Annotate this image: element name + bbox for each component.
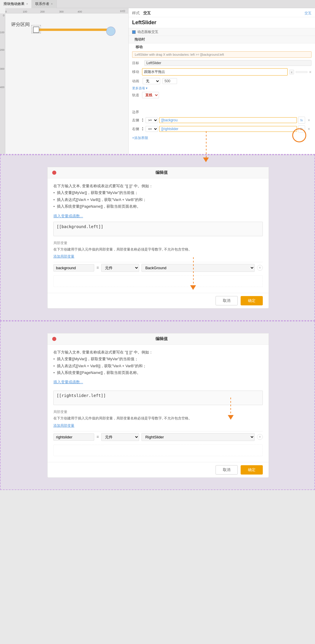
modal2-instructions: 在下方输入文本, 变量名称或表达式要写在 "[[ ]]" 中。例如： 插入变量[… [53, 349, 263, 376]
modal2-body: 在下方输入文本, 变量名称或表达式要写在 "[[ ]]" 中。例如： 插入变量[… [48, 345, 269, 462]
tab-interaction[interactable]: 交互 [143, 10, 151, 16]
left-value-field[interactable] [159, 117, 297, 123]
right-slider-handle[interactable] [106, 27, 116, 36]
modal2-confirm-btn[interactable]: 确定 [241, 465, 263, 475]
tab-interaction-link[interactable]: 交互 [304, 11, 312, 16]
animation-row: 动画 无 500 [129, 77, 315, 85]
left-side-label: 左侧 [132, 118, 140, 123]
channel-select[interactable]: 直线 [142, 92, 159, 98]
move-input[interactable]: 跟随水平拖云 [142, 68, 288, 76]
tab-close-icon-2[interactable]: × [51, 2, 53, 6]
canvas-area: 0 100 200 300 400 10分 0 100 200 300 400 … [0, 8, 128, 154]
slider-widget[interactable] [29, 26, 116, 34]
move-y-input[interactable] [296, 71, 307, 73]
annotation-container: 点击fx插入下图变量值 [129, 99, 315, 108]
modal1-var-delete[interactable]: × [257, 265, 263, 271]
modal1-local-vars-label: 局部变量 [53, 241, 263, 246]
modal2-insert-link[interactable]: 插入变量或函数... [53, 379, 263, 385]
modal2-close-dot[interactable] [52, 337, 56, 341]
modal2-var-eq: = [97, 435, 99, 439]
modal2-var-delete[interactable]: × [257, 434, 263, 440]
modal2-var-type[interactable]: 元件 [101, 433, 139, 441]
modal1-add-local-var[interactable]: 添加局部变量 [53, 254, 263, 259]
modal1-cancel-btn[interactable]: 取消 [216, 296, 238, 305]
tab-contact[interactable]: 联系作者 × [32, 0, 57, 8]
add-limit[interactable]: +添加界限 [129, 134, 315, 142]
modal1-footer: 取消 确定 [48, 293, 269, 308]
panel-title: LeftSlider [129, 17, 315, 28]
modal2-arrow-container [228, 398, 234, 420]
modal1-body: 在下方输入文本, 变量名称或表达式要写在 "[[ ]]" 中。例如： 插入变量[… [48, 178, 269, 293]
move-row: 移动 跟随水平拖云 x × [129, 67, 315, 77]
dashed-arrow-1 [206, 131, 206, 159]
move-clear-btn[interactable]: × [309, 70, 312, 74]
arrow-head-1 [203, 158, 209, 162]
tab-style[interactable]: 样式 [132, 10, 140, 16]
ruler-vertical: 0 100 200 300 400 [0, 13, 5, 154]
modal2-dashed-line [230, 398, 231, 415]
animation-ms[interactable]: 500 [162, 78, 177, 84]
modal2-box: 编辑值 在下方输入文本, 变量名称或表达式要写在 "[[ ]]" 中。例如： 插… [47, 333, 269, 478]
more-options[interactable]: 更多选项 ▾ [129, 85, 315, 91]
modal1-header: 编辑值 [48, 167, 269, 178]
left-close-btn[interactable]: × [306, 118, 312, 123]
modal2-title: 编辑值 [59, 336, 264, 342]
right-side-label: 右侧 [132, 127, 140, 132]
channel-row: 轨道 直线 [129, 91, 315, 99]
modal2-arrow-head [228, 415, 234, 420]
modal1-insert-link[interactable]: 插入变量或函数... [53, 214, 263, 219]
dynamic-panel-section: 动态面板交互 [129, 28, 315, 36]
modal2-var-value[interactable]: RightSlider [141, 433, 255, 441]
left-op-select[interactable]: >= [146, 117, 158, 123]
animation-select[interactable]: 无 [143, 78, 160, 84]
target-value: LeftSlider [144, 60, 312, 66]
canvas-label: 评分区间 [11, 22, 30, 28]
right-close-btn[interactable]: × [306, 126, 312, 132]
modal1-confirm-btn[interactable]: 确定 [241, 296, 263, 305]
right-stepper[interactable]: ▲ ▼ [141, 127, 144, 131]
modal1-var-name[interactable] [53, 264, 94, 272]
modal1-local-vars-desc: 在下方创建用于插入元件值的局部变量，局部变量名称必须是字母数字, 不允许包含空格… [53, 247, 263, 252]
target-row: 目标 LeftSlider [129, 59, 315, 67]
modal1-section: 编辑值 在下方输入文本, 变量名称或表达式要写在 "[[ ]]" 中。例如： 插… [0, 155, 315, 321]
modal1-var-type[interactable]: 元件 [101, 264, 139, 272]
modal1-title: 编辑值 [59, 170, 264, 175]
modal2-cancel-btn[interactable]: 取消 [216, 465, 238, 475]
slider-track [34, 29, 113, 31]
right-panel: 样式 交互 交互 LeftSlider 动态面板交互 拖动时 移动 LeftSl… [128, 8, 315, 154]
modal1-var-eq: = [97, 265, 99, 270]
modal1-expr-textarea[interactable]: [[background.left]] [53, 222, 263, 236]
checkbox-icon [132, 30, 136, 34]
orange-circle-annotation [292, 128, 306, 142]
modal2-add-local-var[interactable]: 添加局部变量 [53, 423, 263, 428]
modal2-footer: 取消 确定 [48, 462, 269, 477]
left-stepper-down[interactable]: ▼ [141, 120, 144, 123]
left-stepper[interactable]: ▲ ▼ [141, 118, 144, 123]
modal2-var-name[interactable] [53, 433, 94, 441]
modal1-instructions: 在下方输入文本, 变量名称或表达式要写在 "[[ ]]" 中。例如： 插入变量[… [53, 183, 263, 210]
right-stepper-down[interactable]: ▼ [141, 129, 144, 131]
move-x-badge: x [289, 70, 294, 74]
modal2-var-row: = 元件 RightSlider × [53, 431, 263, 443]
canvas-content: 评分区间 [5, 13, 128, 154]
arrow-head-2 [190, 285, 196, 290]
modal1-empty-row [53, 275, 263, 287]
expression-preview: LeftSlider with drag X with boundaries: … [132, 51, 312, 58]
tab-close-icon[interactable]: × [26, 2, 28, 6]
modal1-close-dot[interactable] [52, 171, 56, 175]
modal2-empty-row [53, 444, 263, 456]
modal1-box: 编辑值 在下方输入文本, 变量名称或表达式要写在 "[[ ]]" 中。例如： 插… [47, 167, 269, 309]
left-slider-handle[interactable] [33, 27, 39, 33]
boundary-label: 边界 [132, 110, 312, 115]
tab-slider-effect[interactable]: 滑块拖动效果 × [0, 0, 32, 8]
action-label: 移动 [129, 43, 315, 50]
panel-tabs: 样式 交互 交互 [129, 8, 315, 17]
right-value-field[interactable] [159, 126, 297, 132]
tabs-bar: 滑块拖动效果 × 联系作者 × [0, 0, 315, 8]
left-fx-btn[interactable]: fx [298, 117, 305, 124]
right-op-select[interactable]: <= [146, 126, 158, 132]
modal1-var-value[interactable]: BackGround [141, 264, 255, 272]
modal1-var-row: = 元件 BackGround × [53, 262, 263, 274]
ruler-horizontal: 0 100 200 300 400 10分 [5, 8, 128, 13]
drag-section-header[interactable]: 拖动时 [129, 36, 315, 43]
